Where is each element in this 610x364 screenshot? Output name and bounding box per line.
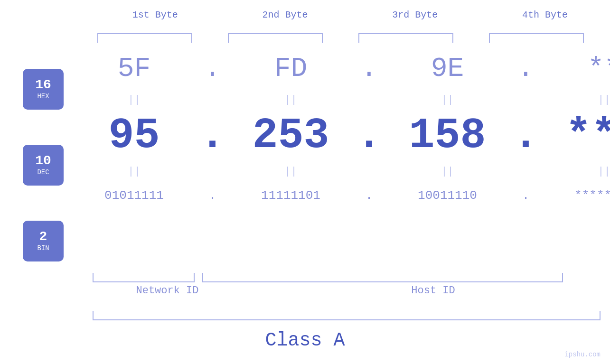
bracket-network (93, 273, 195, 282)
eq-sign-1-4: || (598, 94, 610, 106)
watermark: ipshu.com (564, 351, 601, 358)
bin-dot2-cell: . (356, 181, 382, 210)
bin-byte2-cell: 11111101 (225, 181, 356, 210)
dec-dot2: . (356, 112, 382, 160)
dec-byte2: 253 (252, 110, 329, 162)
hex-byte2: FD (274, 47, 308, 90)
bin-dot2: . (366, 188, 373, 203)
hex-dot3: . (517, 53, 534, 84)
dec-dot1: . (199, 112, 225, 160)
hex-byte1: 5F (118, 47, 151, 90)
eq-sign-2-3: || (441, 166, 453, 177)
hex-dot2: . (361, 53, 377, 84)
dec-dot2-cell: . (356, 110, 382, 162)
dec-dot3-cell: . (513, 110, 539, 162)
eq1-3: || (382, 90, 513, 110)
top-brackets (95, 33, 601, 43)
hex-badge-number: 16 (35, 78, 51, 92)
bin-dot1: . (209, 188, 216, 203)
bin-byte2: 11111101 (261, 181, 320, 210)
hex-byte2-cell: FD (225, 47, 356, 90)
bin-dot3: . (522, 188, 530, 203)
hex-byte4: ** (588, 47, 610, 90)
bracket-host (202, 273, 563, 282)
eq-sign-2-1: || (128, 166, 140, 177)
hex-byte3-cell: 9E (382, 47, 513, 90)
eq1-1: || (69, 90, 199, 110)
bin-byte3: 10011110 (418, 181, 477, 210)
main-container: 1st Byte 2nd Byte 3rd Byte 4th Byte 16 H… (0, 0, 610, 364)
labels-row: Network ID Host ID (69, 285, 601, 297)
dec-dot1-cell: . (199, 110, 225, 162)
hex-badge-label: HEX (37, 93, 49, 100)
hex-badge: 16 HEX (23, 69, 64, 110)
dec-byte1-cell: 95 (69, 110, 199, 162)
values-grid: 5F . FD . 9E . ** || || || || 95 (69, 47, 601, 210)
bracket-byte2 (228, 33, 323, 43)
eq2-1: || (69, 162, 199, 181)
hex-dot1-cell: . (199, 47, 225, 90)
bin-badge: 2 BIN (23, 221, 64, 261)
hex-dot3-cell: . (513, 47, 539, 90)
dec-badge-label: DEC (37, 168, 49, 176)
hex-byte3: 9E (431, 47, 464, 90)
bin-byte4-cell: ******** (539, 181, 610, 210)
class-label: Class A (0, 330, 610, 351)
host-id-label: Host ID (266, 285, 601, 297)
eq1-4: || (539, 90, 610, 110)
eq-sign-1-1: || (128, 94, 140, 106)
bin-byte4: ******** (574, 181, 610, 210)
eq-sign-1-3: || (441, 94, 453, 106)
bin-badge-label: BIN (37, 244, 49, 252)
dec-byte4: *** (565, 110, 610, 162)
hex-dot2-cell: . (356, 47, 382, 90)
col-header-1: 1st Byte (90, 9, 220, 20)
dec-dot3: . (513, 112, 538, 160)
eq2-3: || (382, 162, 513, 181)
col-header-4: 4th Byte (480, 9, 610, 20)
eq1-2: || (225, 90, 356, 110)
eq1-dot3 (513, 90, 539, 110)
eq-sign-2-2: || (284, 166, 297, 177)
bin-byte1-cell: 01011111 (69, 181, 199, 210)
col-header-3: 3rd Byte (350, 9, 480, 20)
col-header-2: 2nd Byte (220, 9, 350, 20)
eq2-dot3 (513, 162, 539, 181)
dec-byte4-cell: *** (539, 110, 610, 162)
bin-dot1-cell: . (199, 181, 225, 210)
bracket-byte4 (489, 33, 584, 43)
bin-byte3-cell: 10011110 (382, 181, 513, 210)
eq2-4: || (539, 162, 610, 181)
eq1-dot2 (356, 90, 382, 110)
eq2-dot1 (199, 162, 225, 181)
dec-byte3: 158 (409, 110, 486, 162)
dec-badge: 10 DEC (23, 145, 64, 186)
hex-byte1-cell: 5F (69, 47, 199, 90)
bracket-byte3 (358, 33, 453, 43)
column-headers: 1st Byte 2nd Byte 3rd Byte 4th Byte (21, 9, 610, 20)
eq1-dot1 (199, 90, 225, 110)
bracket-byte1 (97, 33, 192, 43)
hex-dot1: . (204, 53, 221, 84)
eq-sign-1-2: || (284, 94, 297, 106)
dec-byte2-cell: 253 (225, 110, 356, 162)
bottom-brackets (93, 273, 601, 282)
network-id-label: Network ID (69, 285, 266, 297)
eq2-dot2 (356, 162, 382, 181)
long-bottom-bracket (93, 311, 601, 320)
eq2-2: || (225, 162, 356, 181)
hex-byte4-cell: ** (539, 47, 610, 90)
bin-badge-number: 2 (39, 230, 47, 243)
dec-byte1: 95 (108, 110, 160, 162)
bin-byte1: 01011111 (104, 181, 164, 210)
dec-byte3-cell: 158 (382, 110, 513, 162)
eq-sign-2-4: || (598, 166, 610, 177)
bin-dot3-cell: . (513, 181, 539, 210)
dec-badge-number: 10 (35, 154, 51, 168)
